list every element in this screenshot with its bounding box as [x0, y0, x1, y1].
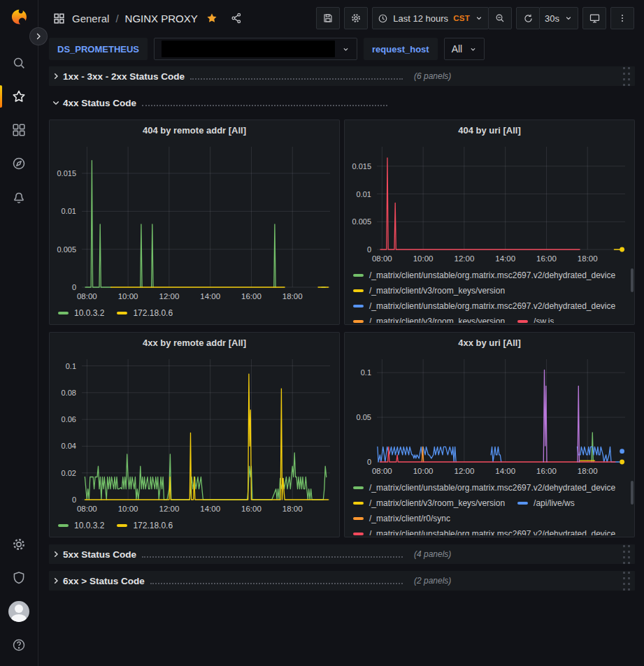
chevron-right-icon — [50, 575, 62, 586]
zoom-out-icon — [494, 13, 506, 24]
legend-scrollbar[interactable] — [631, 268, 634, 292]
sidebar-item-search[interactable] — [5, 49, 33, 77]
variable-value-text: All — [452, 43, 463, 55]
legend-item[interactable]: 172.18.0.6 — [117, 307, 173, 319]
breadcrumb-separator: / — [115, 13, 118, 24]
svg-text:0.1: 0.1 — [361, 368, 371, 377]
grafana-logo[interactable] — [7, 6, 31, 29]
row-4xx[interactable]: 4xx Status Code — [49, 93, 635, 113]
sidebar-item-dashboards[interactable] — [5, 116, 33, 144]
refresh-controls: 30s — [516, 7, 578, 29]
request-host-variable-value[interactable]: All — [444, 38, 485, 60]
help-icon — [11, 637, 27, 653]
legend-series-label: /sw.js — [534, 317, 554, 323]
more-options-button[interactable] — [610, 7, 634, 29]
row-6xx[interactable]: 6xx > Status Code (2 panels) — [49, 571, 635, 591]
row-panel-count: (6 panels) — [414, 71, 451, 81]
sidebar-item-help[interactable] — [5, 631, 33, 659]
legend-item[interactable]: /_matrix/client/unstable/org.matrix.msc2… — [353, 269, 615, 282]
series-color-marker — [353, 274, 364, 277]
share-icon[interactable] — [230, 12, 243, 24]
series-color-marker — [517, 320, 528, 323]
sidebar-item-starred[interactable] — [5, 82, 33, 110]
svg-text:08:00: 08:00 — [372, 467, 392, 475]
legend-item[interactable]: /_matrix/client/unstable/org.matrix.msc2… — [353, 300, 615, 312]
avatar — [8, 601, 29, 622]
sidebar-item-server-admin[interactable] — [5, 564, 33, 592]
refresh-interval-picker[interactable]: 30s — [539, 7, 578, 29]
sidebar-item-alerting[interactable] — [5, 183, 33, 211]
chart-legend: /_matrix/client/unstable/org.matrix.msc2… — [345, 479, 634, 535]
save-dashboard-button[interactable] — [316, 7, 340, 29]
drag-handle-icon[interactable] — [623, 572, 631, 591]
row-panel-count: (2 panels) — [414, 576, 451, 586]
drag-handle-icon[interactable] — [623, 67, 631, 86]
chevron-down-icon — [564, 14, 573, 22]
legend-item[interactable]: /_matrix/client/unstable/org.matrix.msc2… — [353, 528, 615, 535]
breadcrumb-page-title[interactable]: NGINX PROXY — [125, 13, 198, 24]
legend-item[interactable]: 172.18.0.6 — [117, 519, 173, 532]
legend-item[interactable]: /_matrix/client/unstable/org.matrix.msc2… — [353, 482, 615, 494]
timeseries-chart[interactable]: 08:0010:0012:0014:0016:0018:0000.050.1 — [345, 352, 634, 479]
legend-item[interactable]: /_matrix/client/v3/room_keys/version — [353, 284, 505, 297]
legend-item[interactable]: 10.0.3.2 — [58, 307, 104, 319]
timeseries-chart[interactable]: 08:0010:0012:0014:0016:0018:0000.0050.01… — [345, 140, 634, 267]
panel-title[interactable]: 4xx by remote addr [All] — [50, 333, 339, 352]
legend-item[interactable]: /api/live/ws — [517, 497, 575, 509]
legend-series-label: /_matrix/client/v3/room_keys/version — [369, 317, 505, 323]
legend-item[interactable]: /_matrix/client/v3/room_keys/version — [353, 497, 505, 509]
tv-mode-button[interactable] — [582, 7, 606, 29]
panel-title[interactable]: 404 by uri [All] — [345, 120, 634, 140]
time-range-picker[interactable]: Last 12 hours CST — [372, 7, 489, 29]
row-panel-count: (4 panels) — [414, 549, 451, 559]
timeseries-chart[interactable]: 08:0010:0012:0014:0016:0018:0000.020.040… — [50, 352, 338, 517]
favorite-star-icon[interactable] — [206, 12, 218, 24]
drag-handle-icon[interactable] — [623, 545, 631, 564]
toolbar: Last 12 hours CST — [316, 7, 634, 29]
star-icon — [11, 89, 27, 104]
refresh-button[interactable] — [516, 7, 540, 29]
svg-text:0.04: 0.04 — [62, 442, 76, 450]
sidebar-item-explore[interactable] — [5, 150, 33, 178]
svg-text:0: 0 — [367, 245, 371, 254]
request-host-variable-label[interactable]: request_host — [364, 38, 438, 60]
sidebar-item-configuration[interactable] — [5, 530, 33, 558]
sidebar-item-profile[interactable] — [5, 598, 33, 625]
sidebar-expand-toggle[interactable] — [29, 27, 48, 45]
legend-item[interactable]: 10.0.3.2 — [58, 519, 104, 532]
sidebar — [0, 0, 38, 666]
shield-icon — [11, 570, 27, 586]
svg-text:16:00: 16:00 — [241, 292, 262, 301]
dashboard-settings-button[interactable] — [344, 7, 368, 29]
svg-text:18:00: 18:00 — [578, 467, 598, 475]
redacted-value — [162, 41, 335, 57]
monitor-icon — [589, 13, 601, 24]
timeseries-chart[interactable]: 08:0010:0012:0014:0016:0018:0000.0050.01… — [50, 140, 338, 305]
datasource-variable-value[interactable] — [154, 38, 357, 60]
panel-title[interactable]: 404 by remote addr [All] — [50, 120, 339, 140]
legend-scrollbar[interactable] — [631, 481, 634, 505]
kebab-menu-icon — [617, 13, 627, 24]
row-dotted-filler — [142, 105, 387, 106]
series-color-marker — [58, 524, 69, 527]
legend-series-label: /_matrix/client/unstable/org.matrix.msc2… — [369, 529, 615, 535]
series-color-marker — [117, 524, 127, 527]
row-5xx[interactable]: 5xx Status Code (4 panels) — [49, 544, 635, 564]
svg-text:0.08: 0.08 — [62, 389, 76, 397]
svg-text:16:00: 16:00 — [536, 254, 557, 263]
panel-title[interactable]: 4xx by uri [All] — [345, 333, 634, 352]
svg-text:12:00: 12:00 — [455, 254, 475, 263]
breadcrumb-section[interactable]: General — [72, 13, 109, 24]
legend-item[interactable]: /_matrix/client/v3/room_keys/version — [353, 315, 505, 323]
row-1xx-3xx-2xx[interactable]: 1xx - 3xx - 2xx Status Code (6 panels) — [49, 66, 635, 86]
zoom-out-button[interactable] — [488, 7, 512, 29]
series-color-marker — [353, 486, 364, 489]
legend-series-label: 10.0.3.2 — [74, 521, 104, 530]
legend-series-label: /api/live/ws — [534, 498, 575, 508]
legend-item[interactable]: /sw.js — [517, 315, 554, 323]
legend-item[interactable]: /_matrix/client/r0/sync — [353, 512, 450, 525]
svg-text:16:00: 16:00 — [536, 467, 557, 475]
datasource-variable-label[interactable]: DS_PROMETHEUS — [49, 38, 148, 60]
row-title: 5xx Status Code — [63, 549, 136, 560]
svg-text:08:00: 08:00 — [77, 505, 97, 513]
